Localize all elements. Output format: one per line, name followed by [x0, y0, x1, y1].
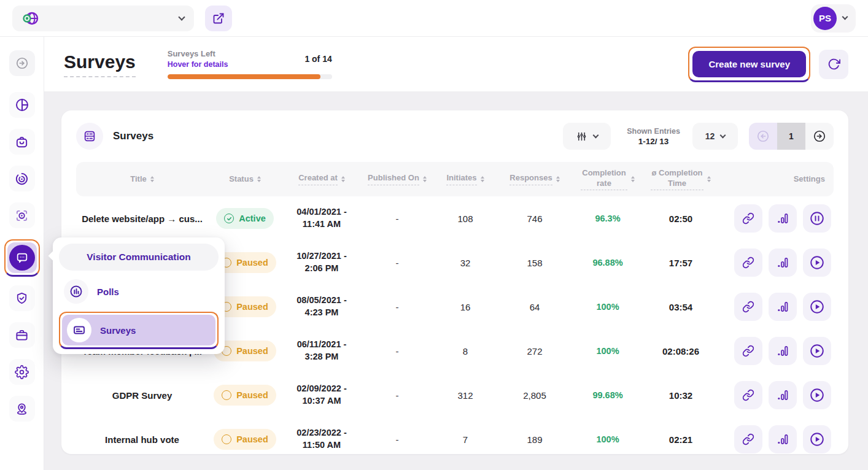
column-header-completion-time[interactable]: ø Completion Time	[644, 163, 718, 196]
column-header-completion-rate[interactable]: Completion rate	[572, 163, 644, 196]
table-row[interactable]: Delete website/app → cus... Active 04/01…	[76, 196, 834, 241]
sidebar-item-campaigns[interactable]	[9, 166, 35, 191]
survey-stats-button[interactable]	[769, 337, 797, 365]
sliders-icon	[576, 131, 587, 142]
pagination: 1	[749, 123, 834, 150]
survey-stats-button[interactable]	[769, 248, 797, 277]
column-header-created-at[interactable]: Created at	[282, 168, 362, 190]
survey-stats-button[interactable]	[769, 381, 797, 409]
initiates-count: 8	[433, 346, 498, 356]
column-header-initiates[interactable]: Initiates	[433, 168, 498, 190]
survey-title: GDPR Survey	[76, 390, 208, 401]
survey-stats-button[interactable]	[769, 425, 797, 453]
created-at: 02/23/2022 -11:50 AM	[282, 427, 362, 451]
row-settings	[718, 425, 834, 453]
responses-count: 158	[498, 258, 572, 268]
sidebar-item-collapse[interactable]	[9, 50, 35, 76]
created-at: 10/27/2021 -2:06 PM	[282, 250, 362, 274]
status-badge: Paused	[214, 385, 276, 406]
initiates-count: 16	[433, 302, 498, 312]
workspace-dropdown[interactable]	[12, 6, 194, 31]
survey-link-button[interactable]	[734, 204, 762, 233]
table-row[interactable]: GDPR Survey Paused 02/09/2022 -10:37 AM …	[76, 373, 834, 417]
prev-page-button[interactable]	[749, 123, 777, 150]
survey-link-button[interactable]	[734, 337, 762, 365]
survey-stats-button[interactable]	[769, 204, 797, 233]
responses-count: 189	[498, 434, 572, 445]
initiates-count: 108	[433, 214, 498, 224]
sidebar-active-highlight	[4, 239, 40, 277]
survey-title: Delete website/app → cus...	[76, 214, 208, 224]
created-at: 02/09/2022 -10:37 AM	[282, 383, 362, 407]
survey-toggle-button[interactable]	[803, 381, 831, 409]
responses-count: 2,805	[498, 390, 572, 401]
polls-icon	[64, 279, 88, 304]
column-header-title[interactable]: Title	[76, 169, 208, 190]
row-settings	[718, 248, 834, 277]
page-size-select[interactable]: 12	[692, 123, 738, 150]
survey-toggle-button[interactable]	[803, 293, 831, 321]
user-menu[interactable]: PS	[811, 4, 856, 33]
sidebar-item-inbox[interactable]	[9, 129, 35, 155]
column-header-published-on[interactable]: Published On	[362, 168, 433, 190]
table-row[interactable]: Internal hub vote Paused 02/23/2022 -11:…	[76, 417, 834, 461]
link-icon	[742, 433, 754, 445]
page-size-value: 12	[705, 131, 715, 141]
created-at: 08/05/2021 -4:23 PM	[282, 295, 362, 318]
survey-toggle-button[interactable]	[803, 204, 831, 233]
survey-toggle-button[interactable]	[803, 248, 831, 277]
column-header-responses[interactable]: Responses	[498, 168, 572, 190]
column-header-settings: Settings	[718, 169, 834, 190]
published-on: -	[362, 390, 433, 401]
sidebar-item-visitor-communication[interactable]	[7, 242, 37, 273]
shown-entries-label: Shown Entries	[627, 127, 680, 136]
sort-icon	[423, 176, 427, 183]
sidebar-item-privacy[interactable]	[9, 285, 35, 311]
menu-item-polls[interactable]: Polls	[59, 276, 219, 307]
initiates-count: 32	[433, 258, 498, 268]
avatar: PS	[813, 7, 837, 30]
completion-time: 02:21	[644, 434, 718, 445]
surveys-table-icon	[76, 123, 103, 150]
current-page-button[interactable]: 1	[777, 123, 805, 150]
quota-hover-link[interactable]: Hover for details	[168, 60, 228, 69]
chevron-down-icon	[593, 132, 599, 138]
bar-chart-icon	[777, 256, 789, 269]
published-on: -	[362, 346, 433, 356]
survey-link-button[interactable]	[734, 381, 762, 409]
completion-time: 02:50	[644, 214, 718, 224]
survey-toggle-button[interactable]	[803, 425, 831, 453]
open-external-button[interactable]	[205, 6, 232, 31]
completion-time: 03:54	[644, 302, 718, 312]
create-new-survey-button[interactable]: Create new survey	[692, 51, 806, 77]
row-settings	[718, 293, 834, 321]
sidebar-item-organization[interactable]	[9, 322, 35, 348]
survey-stats-button[interactable]	[769, 293, 797, 321]
survey-link-button[interactable]	[734, 425, 762, 453]
responses-count: 272	[498, 346, 572, 356]
completion-rate: 100%	[572, 434, 644, 444]
next-page-button[interactable]	[805, 123, 834, 150]
completion-time: 02:08:26	[644, 346, 718, 356]
completion-time: 17:57	[644, 258, 718, 268]
sidebar-item-settings[interactable]	[9, 359, 35, 385]
column-header-status[interactable]: Status	[208, 169, 282, 190]
refresh-button[interactable]	[819, 50, 848, 79]
survey-link-button[interactable]	[734, 248, 762, 277]
link-icon	[742, 212, 754, 225]
play-icon	[809, 431, 825, 447]
menu-item-surveys[interactable]: Surveys	[62, 315, 215, 345]
sidebar-item-dashboard[interactable]	[9, 92, 35, 118]
row-settings	[718, 337, 834, 365]
survey-toggle-button[interactable]	[803, 337, 831, 365]
filter-button[interactable]	[563, 123, 611, 150]
survey-link-button[interactable]	[734, 293, 762, 321]
responses-count: 64	[498, 302, 572, 312]
sort-icon	[257, 176, 261, 183]
scan-target-icon	[15, 209, 29, 223]
sort-icon	[150, 176, 154, 183]
circle-arrow-right-icon	[15, 56, 29, 70]
sidebar-item-tracking[interactable]	[9, 202, 35, 228]
sidebar-item-locations[interactable]	[9, 396, 35, 422]
survey-title: Internal hub vote	[76, 434, 208, 445]
